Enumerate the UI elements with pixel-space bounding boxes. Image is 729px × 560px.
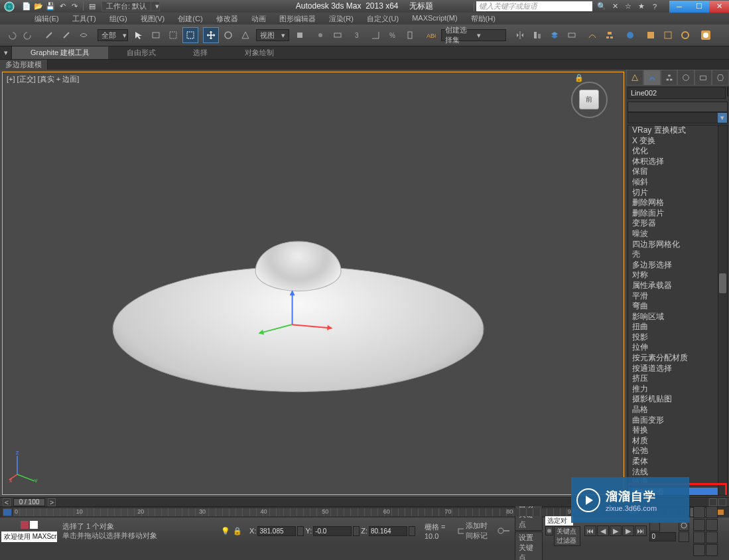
viewport-label[interactable]: [+] [正交] [真实 + 边面] — [7, 74, 79, 84]
modifier-list-item[interactable]: VRay 置换模式 — [628, 125, 718, 136]
use-pivot-button[interactable] — [292, 27, 308, 43]
select-rotate-button[interactable] — [220, 27, 236, 43]
mirror-button[interactable] — [512, 27, 528, 43]
modifier-list-item[interactable]: 按元素分配材质 — [628, 353, 718, 364]
modifier-list-item[interactable]: 法线 — [628, 467, 718, 478]
modifier-list-item[interactable]: 拉伸 — [628, 342, 718, 353]
menu-item[interactable]: 工具(T) — [66, 14, 103, 24]
render-setup-button[interactable] — [643, 27, 659, 43]
menu-item[interactable]: 视图(V) — [134, 14, 172, 24]
modifier-list-item[interactable]: 变形器 — [628, 218, 718, 229]
project-icon[interactable]: ▤ — [87, 1, 98, 12]
render-production-button[interactable] — [677, 27, 693, 43]
modifier-list-item[interactable]: 摄影机贴图 — [628, 394, 718, 405]
menu-item[interactable]: 自定义(U) — [360, 14, 405, 24]
field-of-view-button[interactable] — [693, 531, 705, 543]
modifier-list-item[interactable]: 优化 — [628, 146, 718, 157]
scene-object[interactable] — [113, 241, 484, 392]
close-button[interactable]: ✕ — [709, 1, 729, 13]
object-color-swatch[interactable] — [727, 87, 728, 96]
modifier-list-item[interactable]: 倾斜 — [628, 177, 718, 188]
maximize-viewport-button[interactable] — [706, 544, 718, 556]
curve-editor-button[interactable] — [584, 27, 600, 43]
named-selection-set[interactable]: 创建选择集▾ — [441, 29, 506, 41]
select-move-button[interactable] — [203, 27, 219, 43]
object-name-input[interactable] — [628, 87, 726, 99]
modifier-list-item[interactable]: X 变换 — [628, 136, 718, 147]
mini-curve-editor-button[interactable] — [3, 508, 12, 516]
search-icon[interactable]: 🔍 — [596, 1, 607, 12]
display-tab[interactable] — [695, 70, 712, 86]
menu-item[interactable]: 修改器 — [210, 14, 245, 24]
selection-lock-icon[interactable]: 🔒 — [232, 525, 243, 536]
modifier-list-item[interactable]: 曲面变形 — [628, 415, 718, 426]
open-icon[interactable]: 📂 — [33, 1, 44, 12]
maxscript-listener[interactable]: 欢迎使用 MAXScr — [1, 531, 57, 542]
modifier-list-item[interactable]: 体积选择 — [628, 157, 718, 167]
x-spinner[interactable] — [297, 526, 304, 536]
ribbon-tab[interactable]: 选择 — [174, 46, 226, 59]
menu-item[interactable]: 创建(C) — [171, 14, 209, 24]
modifier-list-item[interactable]: 按通道选择 — [628, 364, 718, 374]
next-frame-button[interactable]: ▶ — [622, 525, 634, 536]
subscription-icon[interactable]: ✕ — [610, 1, 620, 12]
modifier-list-dropdown[interactable]: ▾ — [628, 112, 728, 123]
keyboard-shortcut-button[interactable] — [330, 27, 346, 43]
key-filter-button[interactable]: 关键点过滤器 — [554, 526, 580, 546]
select-region-button[interactable] — [165, 27, 181, 43]
select-by-name-button[interactable] — [148, 27, 164, 43]
modifier-list-item[interactable]: 删除网格 — [628, 198, 718, 208]
orbit-button[interactable] — [693, 544, 705, 556]
app-menu-button[interactable] — [0, 0, 19, 13]
rendered-frame-button[interactable] — [660, 27, 676, 43]
pan-button[interactable] — [706, 531, 718, 543]
modifier-list-item[interactable]: 推力 — [628, 384, 718, 395]
x-coord-input[interactable] — [257, 526, 296, 536]
edit-named-sel-button[interactable]: ABC — [423, 27, 438, 43]
ribbon-tab[interactable]: 自由形式 — [108, 46, 174, 59]
menu-item[interactable]: 渲染(R) — [322, 14, 360, 24]
select-scale-button[interactable] — [237, 27, 253, 43]
percent-snap-button[interactable]: % — [385, 27, 401, 43]
modifier-list-item[interactable]: 保留 — [628, 167, 718, 177]
modifier-list-item[interactable]: 材质 — [628, 436, 718, 447]
z-spinner[interactable] — [409, 526, 415, 536]
menu-item[interactable]: 组(G) — [103, 14, 134, 24]
search-input[interactable]: 键入关键字或短语 — [476, 1, 592, 11]
utilities-tab[interactable] — [712, 70, 729, 86]
time-fwd-button[interactable]: > — [48, 498, 56, 506]
viewcube[interactable]: 前 — [571, 82, 608, 118]
viewcube-face[interactable]: 前 — [579, 90, 599, 109]
material-editor-button[interactable] — [622, 27, 638, 43]
zoom-extents-all-button[interactable] — [706, 519, 718, 531]
time-slider-handle[interactable]: 0 / 100 — [13, 498, 45, 506]
layer-manager-button[interactable] — [547, 27, 563, 43]
motion-tab[interactable] — [677, 70, 695, 86]
redo-button[interactable] — [21, 27, 36, 43]
time-tag-icon[interactable] — [457, 525, 463, 536]
ribbon-sub-panel[interactable]: 多边形建模 — [0, 60, 48, 70]
undo-button[interactable] — [3, 27, 19, 43]
goto-start-button[interactable]: ⏮ — [584, 525, 596, 536]
modifier-scrollbar[interactable] — [718, 125, 727, 495]
favorites-icon[interactable]: ★ — [636, 1, 647, 12]
schematic-view-button[interactable] — [602, 27, 618, 43]
modifier-list-item[interactable]: 投影 — [628, 332, 718, 343]
prev-frame-button[interactable]: ◀ — [597, 525, 609, 536]
modifier-list-item[interactable]: 影响区域 — [628, 312, 718, 322]
modifier-list-item[interactable]: 晶格 — [628, 405, 718, 415]
menu-item[interactable]: 动画 — [245, 14, 273, 24]
angle-snap-button[interactable] — [367, 27, 383, 43]
menu-item[interactable]: MAXScript(M) — [405, 14, 464, 24]
move-gizmo[interactable] — [252, 281, 345, 347]
current-frame-input[interactable] — [649, 532, 676, 541]
ribbon-tab[interactable]: Graphite 建模工具 — [12, 46, 108, 59]
isolate-icon[interactable]: 💡 — [220, 525, 231, 536]
key-selected-combo[interactable]: 选定对象 — [545, 516, 573, 525]
zoom-all-button[interactable] — [706, 506, 718, 518]
modifier-list-item[interactable]: 松弛 — [628, 446, 718, 456]
undo-icon[interactable]: ↶ — [57, 1, 68, 12]
y-coord-input[interactable] — [313, 526, 352, 536]
help-icon[interactable]: ? — [649, 1, 660, 12]
modifier-list-item[interactable]: 四边形网格化 — [628, 240, 718, 250]
